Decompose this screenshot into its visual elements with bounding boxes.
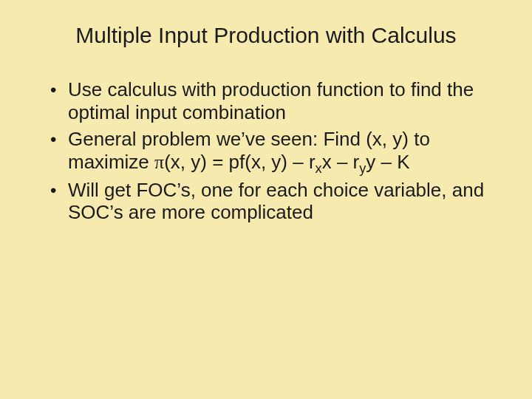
slide: Multiple Input Production with Calculus … <box>0 0 532 399</box>
pi-symbol: π <box>154 151 164 173</box>
bullet-text-mid: (x, y) = pf(x, y) – r <box>164 151 315 173</box>
bullet-item: General problem we’ve seen: Find (x, y) … <box>53 128 495 174</box>
bullet-text: Use calculus with production function to… <box>68 78 474 123</box>
subscript-y: y <box>359 161 366 176</box>
bullet-item: Use calculus with production function to… <box>53 78 495 123</box>
bullet-text: Will get FOC’s, one for each choice vari… <box>68 179 484 224</box>
bullet-text-suffix: y – K <box>366 151 409 173</box>
slide-title: Multiple Input Production with Calculus <box>37 22 495 49</box>
bullet-text-mid: x – r <box>322 151 360 173</box>
bullet-list: Use calculus with production function to… <box>37 78 495 224</box>
subscript-x: x <box>316 161 322 176</box>
bullet-item: Will get FOC’s, one for each choice vari… <box>53 179 495 224</box>
